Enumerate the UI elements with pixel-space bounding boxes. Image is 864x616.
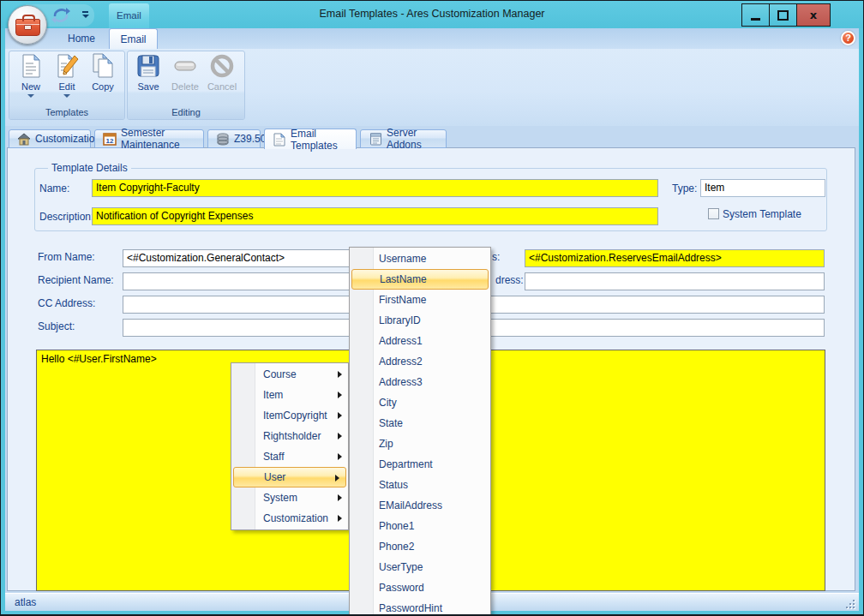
system-template-label: System Template <box>723 208 801 220</box>
submenu-item[interactable]: LastName <box>351 269 489 290</box>
recipient-address-input[interactable] <box>525 272 825 290</box>
ribbon-group-label: Templates <box>9 106 124 119</box>
home-icon <box>17 133 31 146</box>
maximize-button[interactable] <box>769 3 797 27</box>
cancel-icon <box>204 51 240 81</box>
description-input[interactable]: Notification of Copyright Expenses <box>92 207 658 225</box>
submenu-item[interactable]: Address3 <box>350 372 490 392</box>
menu-item-label: City <box>379 397 397 409</box>
subject-label: Subject: <box>38 320 75 332</box>
minimize-button[interactable] <box>741 3 770 27</box>
submenu-item[interactable]: EMailAddress <box>350 495 490 516</box>
context-menu-item[interactable]: Item <box>231 385 348 405</box>
tab-label: Server Addons <box>387 127 438 151</box>
submenu-arrow-icon <box>338 515 342 522</box>
submenu-arrow-icon <box>335 475 339 481</box>
delete-button-label: Delete <box>167 81 203 93</box>
type-input[interactable]: Item <box>700 179 825 197</box>
new-button-label: New <box>14 81 48 93</box>
menu-item-label: Phone2 <box>379 541 414 553</box>
close-button[interactable]: x <box>796 3 831 27</box>
submenu-item[interactable]: FirstName <box>350 290 490 310</box>
template-details-title: Template Details <box>48 162 131 174</box>
tab-label: Email Templates <box>291 128 348 152</box>
save-button[interactable]: Save <box>130 51 166 102</box>
submenu-item[interactable]: Phone1 <box>350 516 490 536</box>
system-template-checkbox[interactable] <box>708 208 719 219</box>
svg-text:12: 12 <box>106 137 114 145</box>
titlebar[interactable]: Email Templates - Ares Customization Man… <box>0 0 864 28</box>
submenu-arrow-icon <box>338 453 342 460</box>
tab-label: Z39.50 <box>234 133 266 145</box>
submenu-item[interactable]: PasswordHint <box>350 598 490 616</box>
qat-dropdown-chevron-icon[interactable] <box>81 11 89 19</box>
context-menu-item[interactable]: Staff <box>231 446 348 467</box>
document-icon <box>273 133 286 146</box>
tab-email-templates[interactable]: Email Templates <box>264 129 357 149</box>
menu-item-label: PasswordHint <box>379 602 442 614</box>
tab-semester-maintenance[interactable]: 12 Semester Maintenance <box>94 129 204 148</box>
submenu-item[interactable]: Status <box>350 475 490 495</box>
submenu-arrow-icon <box>338 433 342 440</box>
context-menu-item[interactable]: System <box>231 487 348 508</box>
delete-button[interactable]: Delete <box>167 51 203 102</box>
new-button[interactable]: New <box>14 51 48 102</box>
window-controls: x <box>742 3 831 25</box>
menu-item-label: Address3 <box>379 376 423 388</box>
sync-icon[interactable] <box>50 7 72 24</box>
submenu-item[interactable]: Password <box>350 577 490 598</box>
submenu-item[interactable]: LibraryID <box>350 310 490 331</box>
submenu-item[interactable]: Zip <box>350 434 490 454</box>
name-input[interactable]: Item Copyright-Faculty <box>92 179 658 197</box>
submenu-item[interactable]: UserType <box>350 557 490 577</box>
script-icon <box>369 133 382 146</box>
tab-server-addons[interactable]: Server Addons <box>360 129 447 148</box>
submenu-item[interactable]: Username <box>350 248 490 269</box>
help-button[interactable]: ? <box>841 31 855 45</box>
tab-z3950[interactable]: Z39.50 <box>207 129 261 148</box>
edit-button-label: Edit <box>50 81 84 93</box>
context-menu-item[interactable]: Customization <box>231 508 348 529</box>
context-menu: Course Item ItemCopyright Rightsholder S… <box>231 362 349 530</box>
from-address-input[interactable]: <#Customization.ReservesEmailAddress> <box>525 249 825 267</box>
application-menu-button[interactable] <box>8 5 47 45</box>
submenu-item[interactable]: Department <box>350 454 490 475</box>
submenu-item[interactable]: City <box>350 392 490 413</box>
context-menu-item[interactable]: User <box>233 467 346 487</box>
menu-item-label: System <box>263 492 297 504</box>
ribbon-tab-home[interactable]: Home <box>53 29 110 48</box>
new-document-icon <box>14 51 48 81</box>
edit-button[interactable]: Edit <box>50 51 84 102</box>
application-window: Email Templates - Ares Customization Man… <box>0 0 864 616</box>
menu-item-label: Item <box>263 389 283 401</box>
calendar-icon: 12 <box>103 133 117 146</box>
copy-button[interactable]: Copy <box>86 51 120 102</box>
save-button-label: Save <box>130 81 166 93</box>
tab-customization[interactable]: Customization <box>9 129 91 148</box>
context-menu-item[interactable]: Course <box>231 364 348 385</box>
context-menu-item[interactable]: Rightsholder <box>231 426 348 446</box>
submenu-item[interactable]: Address1 <box>350 331 490 351</box>
ribbon-tab-row: Home Email <box>5 28 859 49</box>
menu-item-label: Status <box>379 479 408 491</box>
menu-item-label: Staff <box>263 451 284 463</box>
menu-item-label: EMailAddress <box>379 499 442 511</box>
menu-item-label: Department <box>379 458 433 470</box>
cancel-button-label: Cancel <box>204 81 240 93</box>
cancel-button[interactable]: Cancel <box>204 51 240 102</box>
context-menu-item[interactable]: ItemCopyright <box>231 405 348 426</box>
menu-item-label: Phone1 <box>379 520 414 532</box>
close-icon: x <box>810 9 817 21</box>
menu-item-label: Username <box>379 253 426 265</box>
recipient-address-label-fragment: dress: <box>495 274 524 286</box>
tab-label: Semester Maintenance <box>121 127 195 151</box>
resize-grip[interactable] <box>843 597 855 608</box>
submenu-item[interactable]: State <box>350 413 490 434</box>
submenu-item[interactable]: Address2 <box>350 351 490 372</box>
submenu-arrow-icon <box>338 371 342 378</box>
menu-item-label: UserType <box>379 561 423 573</box>
from-address-label-fragment: s: <box>492 251 500 263</box>
submenu-item[interactable]: Phone2 <box>350 536 490 557</box>
menu-item-label: FirstName <box>379 294 426 306</box>
ribbon-tab-email[interactable]: Email <box>109 28 158 49</box>
